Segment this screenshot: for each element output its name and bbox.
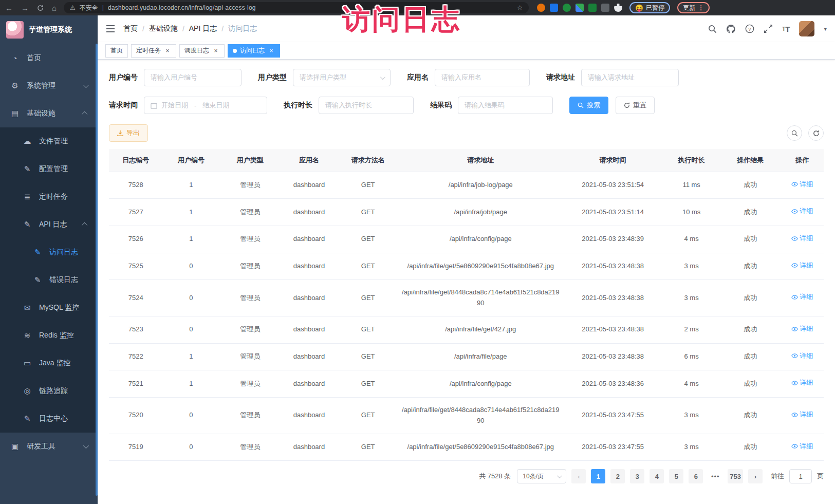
search-button[interactable]: 搜索 bbox=[569, 97, 608, 114]
refresh-table-button[interactable] bbox=[808, 125, 824, 141]
detail-link[interactable]: 详细 bbox=[791, 351, 813, 362]
extension-icon[interactable] bbox=[537, 4, 545, 12]
user-type-select[interactable]: 请选择用户类型 bbox=[293, 69, 391, 86]
detail-link[interactable]: 详细 bbox=[791, 206, 813, 217]
sidebar-item-system[interactable]: ⚙系统管理 bbox=[0, 72, 98, 100]
app-name-input[interactable]: 请输入应用名 bbox=[435, 69, 530, 86]
header-search-icon[interactable] bbox=[708, 25, 717, 33]
detail-link[interactable]: 详细 bbox=[791, 378, 813, 388]
result-code-input[interactable]: 请输入结果码 bbox=[458, 97, 553, 114]
table-cell: 7524 bbox=[109, 280, 162, 316]
table-cell: 7523 bbox=[109, 316, 162, 343]
page-button-3[interactable]: 3 bbox=[630, 469, 644, 483]
toggle-search-button[interactable] bbox=[787, 125, 802, 141]
table-row: 75200管理员dashboardGET/api/infra/file/get/… bbox=[109, 397, 824, 434]
avatar-caret-icon[interactable]: ▾ bbox=[824, 26, 827, 32]
tag-首页[interactable]: 首页 bbox=[105, 44, 128, 58]
extension-icon[interactable] bbox=[550, 4, 558, 12]
export-button[interactable]: 导出 bbox=[109, 124, 148, 142]
table-cell: dashboard bbox=[281, 434, 338, 461]
detail-link[interactable]: 详细 bbox=[791, 292, 813, 303]
detail-link[interactable]: 详细 bbox=[791, 324, 813, 334]
sidebar-item-config-manage[interactable]: ✎配置管理 bbox=[0, 155, 98, 183]
detail-link[interactable]: 详细 bbox=[791, 233, 813, 244]
user-avatar[interactable] bbox=[799, 21, 814, 36]
address-bar[interactable]: ⚠ 不安全 | dashboard.yudao.iocoder.cn/infra… bbox=[64, 2, 529, 13]
sidebar-item-home[interactable]: ◔首页 bbox=[0, 44, 98, 72]
sidebar-item-redis-monitor[interactable]: ≋Redis 监控 bbox=[0, 322, 98, 349]
tag-访问日志[interactable]: 访问日志× bbox=[228, 44, 280, 58]
detail-link[interactable]: 详细 bbox=[791, 409, 813, 420]
request-time-range-picker[interactable]: 开始日期 - 结束日期 bbox=[144, 97, 267, 114]
sidebar-item-log-center[interactable]: ✎日志中心 bbox=[0, 405, 98, 433]
table-cell: 0 bbox=[162, 316, 219, 343]
github-icon[interactable] bbox=[726, 24, 736, 34]
sidebar-item-access-log[interactable]: ✎访问日志 bbox=[0, 238, 98, 266]
sidebar-item-error-log[interactable]: ✎错误日志 bbox=[0, 266, 98, 294]
close-icon[interactable]: × bbox=[212, 47, 219, 54]
bookmark-star-icon[interactable]: ☆ bbox=[517, 4, 523, 11]
detail-link[interactable]: 详细 bbox=[791, 260, 813, 271]
page-button-2[interactable]: 2 bbox=[610, 469, 625, 483]
sidebar-item-label: 日志中心 bbox=[39, 414, 89, 423]
table-cell: 10 ms bbox=[663, 199, 720, 226]
sidebar-item-java-monitor[interactable]: ▭Java 监控 bbox=[0, 349, 98, 377]
browser-menu-icon[interactable]: ⋮ bbox=[698, 4, 704, 11]
fullscreen-icon[interactable] bbox=[764, 24, 773, 33]
prev-page-button[interactable]: ‹ bbox=[571, 469, 586, 483]
browser-reload-icon[interactable] bbox=[37, 5, 44, 11]
breadcrumb-item[interactable]: API 日志 bbox=[189, 24, 217, 33]
sidebar-item-dev-tools[interactable]: ▣研发工具 bbox=[0, 433, 98, 460]
page-button-753[interactable]: 753 bbox=[728, 469, 743, 483]
table-cell: dashboard bbox=[281, 280, 338, 316]
page-button-1[interactable]: 1 bbox=[591, 469, 605, 483]
close-icon[interactable]: × bbox=[268, 47, 275, 54]
mysql-monitor-icon: ✉ bbox=[23, 303, 32, 312]
user-id-input[interactable]: 请输入用户编号 bbox=[144, 69, 242, 86]
sidebar-item-scheduled-jobs[interactable]: ≣定时任务 bbox=[0, 183, 98, 211]
sidebar-item-api-log[interactable]: ✎API 日志 bbox=[0, 211, 98, 238]
sidebar-item-label: 定时任务 bbox=[39, 192, 89, 201]
next-page-button[interactable]: › bbox=[748, 469, 763, 483]
reset-button[interactable]: 重置 bbox=[616, 97, 655, 114]
help-icon[interactable]: ? bbox=[745, 24, 754, 33]
sidebar-item-file-manage[interactable]: ☁文件管理 bbox=[0, 127, 98, 155]
calendar-icon bbox=[151, 102, 157, 109]
font-size-icon[interactable]: TT bbox=[782, 25, 790, 33]
column-header: 操作 bbox=[781, 149, 824, 172]
sidebar-item-link-trace[interactable]: ◎链路追踪 bbox=[0, 377, 98, 405]
browser-forward-icon[interactable]: → bbox=[21, 4, 29, 12]
goto-page-input[interactable] bbox=[789, 469, 812, 483]
tag-定时任务[interactable]: 定时任务× bbox=[131, 44, 176, 58]
page-button-6[interactable]: 6 bbox=[689, 469, 703, 483]
extensions-puzzle-icon[interactable] bbox=[614, 4, 622, 12]
page-size-select[interactable]: 10条/页 bbox=[517, 469, 566, 483]
detail-link[interactable]: 详细 bbox=[791, 441, 813, 452]
browser-update-button[interactable]: 更新 ⋮ bbox=[677, 2, 710, 13]
extension-icon[interactable] bbox=[601, 4, 609, 12]
breadcrumb-item[interactable]: 基础设施 bbox=[149, 24, 178, 33]
table-cell: 成功 bbox=[720, 253, 781, 280]
tag-调度日志[interactable]: 调度日志× bbox=[179, 44, 225, 58]
sidebar-item-label: Redis 监控 bbox=[39, 331, 89, 340]
duration-input[interactable]: 请输入执行时长 bbox=[319, 97, 414, 114]
sidebar-item-infrastructure[interactable]: ▤基础设施 bbox=[0, 100, 98, 127]
profile-chip[interactable]: 😝 已暂停 bbox=[629, 2, 670, 13]
page-button-5[interactable]: 5 bbox=[669, 469, 683, 483]
request-url-input[interactable]: 请输入请求地址 bbox=[581, 69, 679, 86]
translate-extension-icon[interactable] bbox=[588, 4, 597, 12]
hamburger-icon[interactable] bbox=[106, 25, 115, 33]
app-logo-row[interactable]: 芋道管理系统 bbox=[0, 15, 98, 44]
page-button-4[interactable]: 4 bbox=[650, 469, 664, 483]
dashboard-icon: ◔ bbox=[10, 54, 20, 63]
sidebar-item-mysql-monitor[interactable]: ✉MySQL 监控 bbox=[0, 294, 98, 322]
browser-back-icon[interactable]: ← bbox=[5, 4, 13, 12]
extension-icon[interactable] bbox=[563, 4, 571, 12]
extension-icon[interactable] bbox=[576, 4, 584, 12]
detail-link[interactable]: 详细 bbox=[791, 179, 813, 190]
table-cell: 成功 bbox=[720, 172, 781, 199]
close-icon[interactable]: × bbox=[164, 47, 171, 54]
browser-home-icon[interactable]: ⌂ bbox=[52, 4, 57, 12]
table-cell: 2021-05-03 23:47:55 bbox=[563, 397, 663, 434]
breadcrumb-item[interactable]: 首页 bbox=[123, 24, 138, 33]
